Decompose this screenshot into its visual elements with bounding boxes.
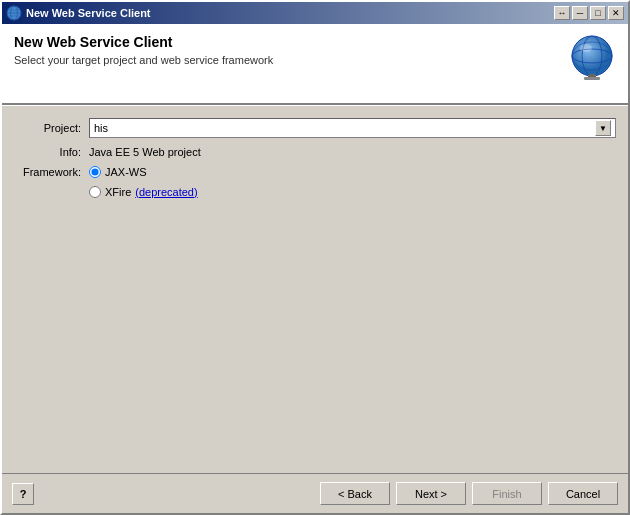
svg-rect-10	[584, 77, 600, 80]
project-value: his	[94, 122, 108, 134]
dialog-title: New Web Service Client	[14, 34, 568, 50]
xfire-option: XFire (deprecated)	[89, 186, 198, 198]
framework-radio-group: JAX-WS XFire (deprecated)	[89, 166, 198, 202]
dialog-subtitle: Select your target project and web servi…	[14, 54, 568, 66]
footer-right: < Back Next > Finish Cancel	[320, 482, 618, 505]
info-label: Info:	[14, 146, 89, 158]
globe-svg	[568, 34, 616, 82]
finish-button[interactable]: Finish	[472, 482, 542, 505]
info-row: Info: Java EE 5 Web project	[14, 146, 616, 158]
xfire-label: XFire	[105, 186, 131, 198]
project-label: Project:	[14, 122, 89, 134]
jaxws-label: JAX-WS	[105, 166, 147, 178]
project-combobox[interactable]: his ▼	[89, 118, 616, 138]
info-value: Java EE 5 Web project	[89, 146, 201, 158]
back-button[interactable]: < Back	[320, 482, 390, 505]
framework-row: Framework: JAX-WS XFire (deprecated)	[14, 166, 616, 202]
main-window: New Web Service Client ↔ ─ □ ✕ New Web S…	[0, 0, 630, 515]
window-title: New Web Service Client	[26, 7, 151, 19]
title-bar-buttons: ↔ ─ □ ✕	[554, 6, 624, 20]
jaxws-option: JAX-WS	[89, 166, 198, 178]
restore-button[interactable]: ↔	[554, 6, 570, 20]
titlebar-icon	[6, 5, 22, 21]
svg-point-11	[580, 44, 592, 52]
footer: ? < Back Next > Finish Cancel	[2, 473, 628, 513]
title-bar: New Web Service Client ↔ ─ □ ✕	[2, 2, 628, 24]
combo-dropdown-arrow[interactable]: ▼	[595, 120, 611, 136]
content-area: Project: his ▼ Info: Java EE 5 Web proje…	[2, 106, 628, 473]
next-button[interactable]: Next >	[396, 482, 466, 505]
deprecated-link[interactable]: (deprecated)	[135, 186, 197, 198]
header-text: New Web Service Client Select your targe…	[14, 34, 568, 66]
project-row: Project: his ▼	[14, 118, 616, 138]
footer-left: ?	[12, 483, 34, 505]
maximize-button[interactable]: □	[590, 6, 606, 20]
xfire-radio[interactable]	[89, 186, 101, 198]
help-button[interactable]: ?	[12, 483, 34, 505]
window-body: New Web Service Client Select your targe…	[2, 24, 628, 513]
title-bar-left: New Web Service Client	[6, 5, 151, 21]
minimize-button[interactable]: ─	[572, 6, 588, 20]
jaxws-radio[interactable]	[89, 166, 101, 178]
close-button[interactable]: ✕	[608, 6, 624, 20]
globe-icon	[568, 34, 616, 82]
cancel-button[interactable]: Cancel	[548, 482, 618, 505]
header-section: New Web Service Client Select your targe…	[2, 24, 628, 104]
framework-label: Framework:	[14, 166, 89, 178]
